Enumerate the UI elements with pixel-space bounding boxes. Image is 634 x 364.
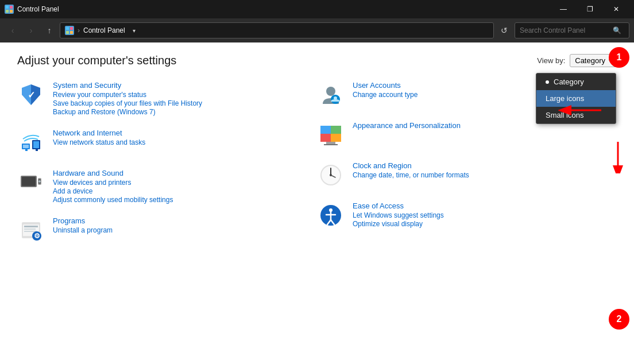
category-label: Category [554,78,584,86]
hardware-add-link[interactable]: Add a device [53,187,173,195]
ease-suggest-link[interactable]: Let Windows suggest settings [353,211,444,219]
appearance-item: Appearance and Personalization [317,121,617,149]
path-separator: › [78,26,80,34]
svg-rect-18 [22,177,36,186]
svg-text:⚙: ⚙ [34,232,40,240]
programs-uninstall-link[interactable]: Uninstall a program [53,226,113,234]
system-security-item: ✓ System and Security Review your comput… [17,81,317,116]
appearance-title[interactable]: Appearance and Personalization [353,121,461,130]
address-cp-icon [65,26,74,35]
annotation-1: 1 [609,47,629,68]
svg-rect-7 [70,31,73,34]
svg-point-29 [326,87,335,96]
maximize-button[interactable]: ❐ [577,0,603,18]
network-icon [17,129,45,156]
settings-left-column: ✓ System and Security Review your comput… [17,81,317,257]
arrow-to-dropdown [558,104,604,116]
title-bar-left: Control Panel [5,5,59,14]
svg-rect-36 [331,134,341,142]
ease-access-item: Ease of Access Let Windows suggest setti… [317,202,617,229]
svg-rect-15 [25,149,28,151]
view-by-label: View by: [537,56,565,65]
svg-rect-1 [10,6,13,9]
address-bar: ‹ › ↑ › Control Panel ▾ ↺ 🔍 [0,18,634,42]
network-internet-item: Network and Internet View network status… [17,129,317,156]
window-controls: — ❐ ✕ [550,0,629,18]
hardware-mobility-link[interactable]: Adjust commonly used mobility settings [53,196,173,204]
svg-rect-16 [36,149,38,151]
system-security-content: System and Security Review your computer… [53,81,202,116]
refresh-button[interactable]: ↺ [496,22,512,38]
svg-rect-33 [320,126,331,134]
clock-content: Clock and Region Change date, time, or n… [353,161,469,179]
programs-item: ⚙ Programs Uninstall a program [17,216,317,244]
programs-icon: ⚙ [17,216,45,244]
ease-content: Ease of Access Let Windows suggest setti… [353,202,444,228]
svg-text:✓: ✓ [28,90,35,100]
menu-item-category[interactable]: Category [536,73,616,90]
svg-rect-35 [320,134,331,142]
title-bar: Control Panel — ❐ ✕ [0,0,634,18]
system-security-title[interactable]: System and Security [53,81,202,90]
svg-rect-4 [66,27,69,30]
hardware-title[interactable]: Hardware and Sound [53,169,173,177]
search-icon[interactable]: 🔍 [613,26,624,34]
programs-title[interactable]: Programs [53,216,113,225]
large-icons-label: Large icons [546,94,584,103]
search-input[interactable] [520,26,609,34]
svg-rect-38 [324,144,338,145]
forward-button[interactable]: › [23,22,39,38]
svg-rect-5 [70,27,73,30]
content-header: Adjust your computer's settings View by:… [17,54,617,67]
user-accounts-icon [317,81,345,109]
appearance-content: Appearance and Personalization [353,121,461,131]
up-button[interactable]: ↑ [41,22,57,38]
back-button[interactable]: ‹ [5,22,21,38]
annotation-2: 2 [609,309,629,330]
main-content: Adjust your computer's settings View by:… [0,42,634,364]
appearance-icon [317,121,345,149]
svg-rect-6 [66,31,69,34]
address-field[interactable]: › Control Panel ▾ [60,22,494,38]
view-by-container: View by: Category ▾ Category Large icons… [537,54,617,67]
system-security-icon: ✓ [17,81,45,109]
search-box[interactable]: 🔍 [515,22,629,38]
address-dropdown-button[interactable]: ▾ [129,22,140,38]
svg-rect-14 [33,141,39,148]
svg-rect-34 [331,126,341,134]
network-status-link[interactable]: View network status and tasks [53,138,145,146]
network-content: Network and Internet View network status… [53,129,145,146]
app-icon [5,5,14,14]
user-change-link[interactable]: Change account type [353,91,417,99]
hardware-sound-item: Hardware and Sound View devices and prin… [17,169,317,204]
arrow-to-large-icons [612,139,624,173]
hardware-icon [17,169,45,196]
clock-region-item: Clock and Region Change date, time, or n… [317,161,617,189]
svg-rect-37 [326,142,335,144]
system-backup-link[interactable]: Save backup copies of your files with Fi… [53,99,202,107]
view-by-menu: Category Large icons Small icons [536,73,616,124]
network-title[interactable]: Network and Internet [53,129,145,137]
hardware-content: Hardware and Sound View devices and prin… [53,169,173,204]
hardware-devices-link[interactable]: View devices and printers [53,179,173,187]
ease-icon [317,202,345,229]
programs-content: Programs Uninstall a program [53,216,113,234]
system-review-link[interactable]: Review your computer's status [53,91,202,99]
user-accounts-title[interactable]: User Accounts [353,81,417,90]
clock-formats-link[interactable]: Change date, time, or number formats [353,171,469,179]
svg-rect-3 [10,10,13,13]
svg-rect-0 [6,6,9,9]
page-title: Adjust your computer's settings [17,54,176,67]
clock-icon [317,161,345,189]
ease-title[interactable]: Ease of Access [353,202,444,210]
svg-rect-2 [6,10,9,13]
svg-rect-24 [24,226,38,227]
close-button[interactable]: ✕ [603,0,629,18]
system-restore-link[interactable]: Backup and Restore (Windows 7) [53,108,202,116]
clock-title[interactable]: Clock and Region [353,161,469,170]
user-accounts-content: User Accounts Change account type [353,81,417,99]
category-dot [546,80,549,84]
svg-rect-12 [23,145,29,148]
ease-optimize-link[interactable]: Optimize visual display [353,220,444,228]
minimize-button[interactable]: — [550,0,577,18]
